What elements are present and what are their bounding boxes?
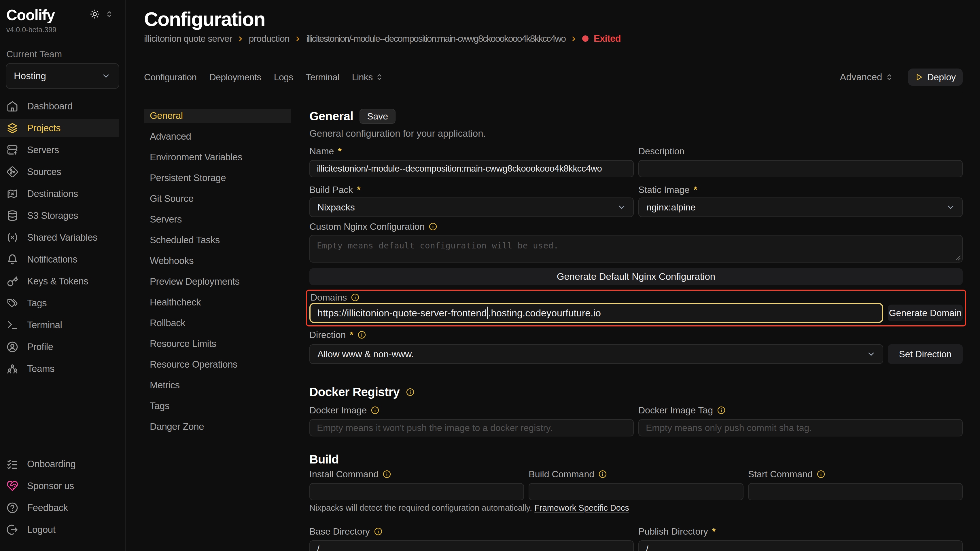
tab-configuration[interactable]: Configuration xyxy=(144,72,197,83)
direction-select[interactable]: Allow www & non-www. xyxy=(309,344,883,364)
sidebar-item-dashboard[interactable]: Dashboard xyxy=(0,97,119,116)
deploy-button[interactable]: Deploy xyxy=(908,68,963,86)
subnav-persistent-storage[interactable]: Persistent Storage xyxy=(144,171,291,185)
help-circle-icon xyxy=(6,502,18,514)
subnav-tags[interactable]: Tags xyxy=(144,399,291,413)
subnav-metrics[interactable]: Metrics xyxy=(144,378,291,392)
sidebar-item-logout[interactable]: Logout xyxy=(0,521,119,539)
layers-icon xyxy=(6,122,18,134)
sidebar-item-profile[interactable]: Profile xyxy=(0,338,119,356)
breadcrumb-environment[interactable]: production xyxy=(249,33,290,44)
sidebar-item-projects[interactable]: Projects xyxy=(0,119,119,137)
docker-image-label: Docker Image xyxy=(309,405,634,415)
sidebar-item-label: Terminal xyxy=(27,319,62,330)
subnav-advanced[interactable]: Advanced xyxy=(144,130,291,143)
info-icon[interactable] xyxy=(598,470,607,478)
chevron-right-icon xyxy=(570,35,578,43)
sidebar-item-tags[interactable]: Tags xyxy=(0,294,119,312)
subnav-scheduled-tasks[interactable]: Scheduled Tasks xyxy=(144,233,291,247)
base-directory-label: Base Directory xyxy=(309,527,634,536)
subnav-general[interactable]: General xyxy=(144,109,291,123)
generate-nginx-button[interactable]: Generate Default Nginx Configuration xyxy=(309,268,963,285)
subnav-rollback[interactable]: Rollback xyxy=(144,316,291,330)
sidebar-item-label: Feedback xyxy=(27,502,68,513)
server-icon xyxy=(6,144,18,156)
tab-terminal[interactable]: Terminal xyxy=(306,72,339,83)
sidebar-item-servers[interactable]: Servers xyxy=(0,141,119,159)
subnav-preview-deployments[interactable]: Preview Deployments xyxy=(144,275,291,289)
custom-nginx-textarea[interactable]: Empty means default configuration will b… xyxy=(309,235,963,262)
info-icon[interactable] xyxy=(429,222,437,231)
info-icon[interactable] xyxy=(358,330,366,339)
subnav-environment-variables[interactable]: Environment Variables xyxy=(144,150,291,164)
info-icon[interactable] xyxy=(351,293,360,302)
description-input[interactable] xyxy=(638,160,963,177)
tab-divider xyxy=(144,93,963,93)
info-icon[interactable] xyxy=(383,470,391,478)
subnav-servers[interactable]: Servers xyxy=(144,213,291,226)
git-source-icon xyxy=(6,166,18,178)
tab-logs[interactable]: Logs xyxy=(274,72,293,83)
info-icon[interactable] xyxy=(374,527,383,536)
generate-domain-button[interactable]: Generate Domain xyxy=(888,305,963,321)
breadcrumb: illicitonion quote server production ill… xyxy=(144,33,963,44)
tab-deployments[interactable]: Deployments xyxy=(209,72,261,83)
save-button[interactable]: Save xyxy=(360,109,396,124)
team-select[interactable]: Hosting xyxy=(6,63,119,89)
info-icon[interactable] xyxy=(817,470,825,478)
breadcrumb-project[interactable]: illicitonion quote server xyxy=(144,33,232,44)
theme-toggle-sun-icon[interactable] xyxy=(90,9,100,19)
subnav-healthcheck[interactable]: Healthcheck xyxy=(144,295,291,309)
subnav-resource-operations[interactable]: Resource Operations xyxy=(144,357,291,372)
info-icon[interactable] xyxy=(717,406,725,414)
users-icon xyxy=(6,363,18,375)
theme-selector-chevrons-icon[interactable] xyxy=(105,10,113,18)
info-icon[interactable] xyxy=(371,406,379,414)
settings-subnav: General Advanced Environment Variables P… xyxy=(144,109,291,551)
subnav-git-source[interactable]: Git Source xyxy=(144,192,291,206)
nixpacks-note: Nixpacks will detect the required config… xyxy=(309,503,963,513)
sidebar-item-teams[interactable]: Teams xyxy=(0,360,119,378)
sidebar-item-feedback[interactable]: Feedback xyxy=(0,499,119,517)
build-pack-select[interactable]: Nixpacks xyxy=(309,197,634,217)
base-directory-input[interactable]: / xyxy=(309,540,634,551)
key-icon xyxy=(6,275,18,287)
sidebar-item-onboarding[interactable]: Onboarding xyxy=(0,455,119,473)
current-team-label: Current Team xyxy=(0,49,125,60)
sidebar-item-s3-storages[interactable]: S3 Storages xyxy=(0,206,119,225)
build-command-input[interactable] xyxy=(528,483,743,500)
subnav-webhooks[interactable]: Webhooks xyxy=(144,254,291,268)
required-asterisk: * xyxy=(357,185,360,195)
main-content: Configuration illicitonion quote server … xyxy=(126,0,980,551)
start-command-input[interactable] xyxy=(748,483,963,500)
sidebar-item-label: Profile xyxy=(27,341,53,353)
resize-handle[interactable] xyxy=(955,255,961,261)
subnav-danger-zone[interactable]: Danger Zone xyxy=(144,420,291,433)
breadcrumb-application[interactable]: illicitestonion/-module--decomposition:m… xyxy=(306,33,565,44)
sidebar-item-keys-tokens[interactable]: Keys & Tokens xyxy=(0,272,119,291)
sidebar-item-terminal[interactable]: Terminal xyxy=(0,316,119,334)
framework-docs-link[interactable]: Framework Specific Docs xyxy=(535,503,629,513)
install-command-input[interactable] xyxy=(309,483,524,500)
docker-image-input[interactable]: Empty means it won't push the image to a… xyxy=(309,419,634,437)
sidebar-item-sources[interactable]: Sources xyxy=(0,163,119,181)
sidebar-item-notifications[interactable]: Notifications xyxy=(0,250,119,268)
domains-input[interactable]: https://illicitonion-quote-server-fronte… xyxy=(309,303,883,323)
user-circle-icon xyxy=(6,341,18,353)
sidebar-item-shared-variables[interactable]: Shared Variables xyxy=(0,228,119,247)
static-image-select[interactable]: nginx:alpine xyxy=(638,197,963,217)
advanced-menu[interactable]: Advanced xyxy=(840,72,893,83)
sidebar-item-destinations[interactable]: Destinations xyxy=(0,184,119,203)
sidebar-item-sponsor-us[interactable]: Sponsor us xyxy=(0,477,119,495)
chevron-right-icon xyxy=(294,35,302,43)
docker-image-tag-input[interactable]: Empty means only push commit sha tag. xyxy=(638,419,963,437)
chevron-down-icon xyxy=(946,203,955,212)
info-icon[interactable] xyxy=(406,388,415,396)
tags-icon xyxy=(6,297,18,309)
tab-links[interactable]: Links xyxy=(352,72,383,83)
checklist-icon xyxy=(6,458,18,470)
name-input[interactable]: illicitestonion/-module--decomposition:m… xyxy=(309,160,634,177)
publish-directory-input[interactable]: / xyxy=(638,540,963,551)
subnav-resource-limits[interactable]: Resource Limits xyxy=(144,337,291,351)
set-direction-button[interactable]: Set Direction xyxy=(888,344,963,364)
